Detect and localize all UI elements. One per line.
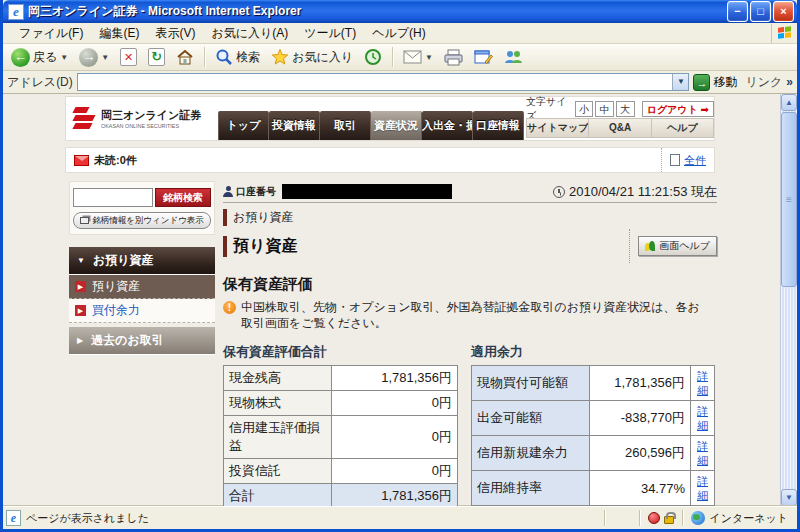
table-row: 現金残高 1,781,356円	[224, 366, 458, 391]
nav-tab-asset-status[interactable]: 資産状況	[371, 111, 422, 140]
browser-window: e 岡三オンライン証券 - Microsoft Internet Explore…	[0, 0, 800, 532]
site-logo[interactable]: 岡三オンライン証券 OKASAN ONLINE SECURITIES	[66, 97, 218, 140]
menu-favorites[interactable]: お気に入り(A)	[203, 23, 296, 44]
arrow-right-icon: ▶	[75, 305, 86, 316]
favorites-star-icon	[271, 48, 289, 66]
menu-tools[interactable]: ツール(T)	[296, 23, 364, 44]
detail-link[interactable]: 詳細	[696, 439, 709, 467]
back-dropdown-icon[interactable]: ▼	[60, 53, 68, 62]
chevron-down-icon: ▼	[77, 256, 85, 265]
font-size-medium-button[interactable]: 中	[595, 101, 614, 117]
row-label: 現物買付可能額	[472, 366, 590, 401]
clock-icon	[553, 186, 565, 198]
scroll-up-icon[interactable]: ▲	[781, 94, 797, 111]
row-label: 信用建玉評価損益	[224, 416, 332, 459]
search-label: 検索	[236, 49, 260, 66]
privacy-icon[interactable]	[648, 512, 660, 524]
help-leaf-icon	[645, 241, 655, 251]
back-icon: ←	[11, 48, 30, 67]
alert-icon: !	[223, 301, 236, 314]
scrollbar-thumb[interactable]	[781, 112, 797, 287]
back-button[interactable]: ← 戻る ▼	[7, 47, 72, 68]
all-messages-link[interactable]: 全件	[684, 153, 706, 168]
history-icon	[364, 48, 382, 66]
scroll-down-icon[interactable]: ▼	[781, 489, 797, 506]
toolbar-separator	[204, 47, 205, 67]
browser-toolbar: ← 戻る ▼ → ▼ ✕ ↻ 検索 お気に入り ▼	[3, 44, 797, 71]
detail-link[interactable]: 詳細	[696, 369, 709, 397]
font-size-small-button[interactable]: 小	[575, 101, 594, 117]
sidebar: 銘柄検索 銘柄情報を別ウィンドウ表示 ▼ お預り資産 ▶	[69, 181, 215, 506]
messenger-icon	[504, 49, 522, 65]
forward-dropdown-icon[interactable]: ▼	[101, 53, 109, 62]
menu-view[interactable]: 表示(V)	[147, 23, 203, 44]
total-row: 合計 1,781,356円	[224, 484, 458, 506]
nav-tab-trade[interactable]: 取引	[320, 111, 371, 140]
open-window-label: 銘柄情報を別ウィンドウ表示	[92, 215, 204, 227]
search-button[interactable]: 検索	[211, 47, 264, 67]
links-chevron-icon[interactable]: »	[786, 75, 793, 89]
subnav-help[interactable]: ヘルプ	[652, 119, 713, 137]
main-content: 口座番号 2010/04/21 11:21:53 現在 お預り資産 預り資産	[223, 181, 717, 506]
favorites-label: お気に入り	[292, 49, 353, 66]
table-row: 出金可能額 -838,770円 詳細	[472, 401, 715, 436]
address-label: アドレス(D)	[7, 74, 73, 91]
nav-tab-top[interactable]: トップ	[218, 111, 269, 140]
menu-edit[interactable]: 編集(E)	[91, 23, 147, 44]
mail-dropdown-icon[interactable]: ▼	[425, 53, 433, 62]
nav-tab-account-info[interactable]: 口座情報	[473, 111, 524, 140]
sidebar-item-buying-power[interactable]: ▶ 買付余力	[69, 299, 215, 323]
screen-help-button[interactable]: 画面ヘルプ	[638, 236, 717, 256]
home-button[interactable]	[172, 47, 198, 67]
menu-help[interactable]: ヘルプ(H)	[364, 23, 434, 44]
close-button[interactable]: ×	[773, 1, 794, 22]
site-header: 岡三オンライン証券 OKASAN ONLINE SECURITIES トップ 投…	[65, 96, 715, 141]
print-icon	[444, 49, 463, 66]
lock-icon[interactable]	[664, 516, 674, 524]
messenger-button[interactable]	[500, 48, 526, 66]
menu-file[interactable]: ファイル(F)	[11, 23, 91, 44]
stock-search-input[interactable]	[73, 188, 153, 207]
row-value: 0円	[332, 416, 458, 459]
sidebar-header-past-trades[interactable]: ▶ 過去のお取引	[69, 327, 215, 355]
mail-button[interactable]: ▼	[399, 48, 437, 66]
address-dropdown-icon[interactable]: ▼	[672, 74, 688, 90]
links-label[interactable]: リンク	[745, 74, 782, 91]
subnav-qa[interactable]: Q&A	[589, 119, 651, 137]
edit-icon	[474, 49, 493, 65]
security-zone: インターネット	[687, 511, 794, 526]
stop-button[interactable]: ✕	[116, 47, 141, 67]
ie-page-icon: e	[6, 510, 21, 526]
document-icon	[670, 154, 680, 166]
nav-tab-deposit-transfer[interactable]: 入出金・振替	[422, 111, 473, 140]
nav-tab-investment-info[interactable]: 投資情報	[269, 111, 320, 140]
forward-button[interactable]: → ▼	[75, 47, 113, 68]
address-input[interactable]	[78, 75, 673, 89]
minimize-button[interactable]: −	[727, 1, 748, 22]
maximize-button[interactable]: □	[750, 1, 771, 22]
refresh-button[interactable]: ↻	[144, 47, 169, 67]
detail-cell: 詳細	[691, 366, 715, 401]
all-messages: 全件	[661, 148, 706, 172]
stock-search-button[interactable]: 銘柄検索	[155, 188, 211, 207]
subnav-sitemap[interactable]: サイトマップ	[527, 119, 589, 137]
sidebar-item-deposit-assets[interactable]: ▶ 預り資産	[69, 275, 215, 299]
history-button[interactable]	[360, 47, 386, 67]
logout-button[interactable]: ログアウト ➡	[642, 101, 714, 117]
font-size-large-button[interactable]: 大	[616, 101, 635, 117]
sidebar-header-deposited-assets[interactable]: ▼ お預り資産	[69, 247, 215, 275]
table-row: 投資信託 0円	[224, 459, 458, 484]
margin-table-title: 適用余力	[471, 343, 715, 361]
detail-link[interactable]: 詳細	[696, 474, 709, 502]
vertical-scrollbar[interactable]: ▲ ▼	[780, 94, 797, 506]
title-bar[interactable]: e 岡三オンライン証券 - Microsoft Internet Explore…	[3, 0, 797, 23]
detail-link[interactable]: 詳細	[696, 404, 709, 432]
account-row: 口座番号 2010/04/21 11:21:53 現在	[223, 181, 717, 203]
open-window-button[interactable]: 銘柄情報を別ウィンドウ表示	[73, 212, 211, 229]
edit-button[interactable]	[470, 48, 497, 66]
print-button[interactable]	[440, 48, 467, 67]
go-button[interactable]: → 移動	[693, 74, 737, 91]
favorites-button[interactable]: お気に入り	[267, 47, 357, 67]
arrow-right-icon: ▶	[75, 281, 86, 292]
row-label: 投資信託	[224, 459, 332, 484]
